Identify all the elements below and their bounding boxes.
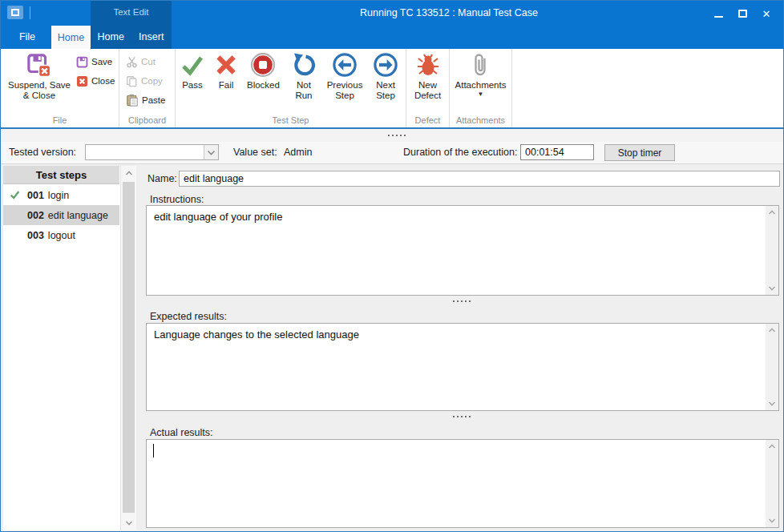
group-label-clipboard: Clipboard	[119, 115, 175, 125]
scrollbar-thumb[interactable]	[123, 182, 135, 513]
new-defect-label: New Defect	[407, 80, 449, 101]
stop-timer-button[interactable]: Stop timer	[604, 144, 675, 161]
instructions-label: Instructions:	[150, 194, 204, 205]
content-area: Test steps 001 login 002 edit language 0…	[1, 163, 783, 531]
group-label-defect: Defect	[406, 115, 449, 125]
title-bar: Text Edit Home Insert Running TC 133512 …	[1, 1, 783, 49]
scroll-down-icon[interactable]	[766, 518, 778, 523]
blocked-label: Blocked	[247, 80, 280, 91]
expected-results-field[interactable]: Language changes to the selected languag…	[146, 323, 779, 411]
group-label-attachments: Attachments	[450, 115, 511, 125]
tab-ctx-home[interactable]: Home	[91, 25, 131, 49]
test-step-row-001[interactable]: 001 login	[3, 185, 119, 205]
fail-label: Fail	[219, 80, 234, 91]
test-step-row-003[interactable]: 003 logout	[3, 225, 119, 245]
save-label: Save	[91, 57, 112, 66]
paste-button[interactable]: Paste	[126, 91, 175, 110]
save-button[interactable]: Save	[76, 52, 115, 71]
step-number: 001	[27, 190, 44, 201]
ribbon-group-test-step: Pass Fail Blocked	[176, 49, 406, 127]
step-label: logout	[48, 230, 75, 241]
scroll-up-icon[interactable]	[121, 171, 136, 175]
copy-button[interactable]: Copy	[126, 71, 175, 91]
blocked-stop-icon	[250, 52, 276, 78]
pass-label: Pass	[182, 80, 203, 91]
tab-file[interactable]: File	[7, 25, 47, 49]
step-details-panel: Name: Instructions: edit language of you…	[142, 164, 781, 532]
ribbon-group-defect: New Defect Defect	[406, 49, 450, 127]
section-splitter[interactable]	[142, 300, 781, 302]
fail-x-icon	[213, 52, 239, 78]
cut-button[interactable]: Cut	[126, 52, 175, 71]
close-test-button[interactable]: Close	[76, 71, 115, 91]
not-run-label: Not Run	[288, 80, 320, 101]
copy-icon	[126, 75, 138, 87]
maximize-button[interactable]	[730, 5, 754, 22]
value-set-value: Admin	[284, 147, 312, 158]
scroll-down-icon[interactable]	[766, 286, 778, 291]
section-splitter[interactable]	[142, 416, 781, 417]
splitter-grip	[388, 135, 406, 136]
copy-label: Copy	[141, 76, 163, 86]
attachments-dropdown-icon: ▼	[478, 91, 484, 98]
instructions-scrollbar[interactable]	[766, 206, 778, 295]
actual-scrollbar[interactable]	[766, 440, 778, 527]
previous-step-label: Previous Step	[327, 80, 363, 101]
text-cursor	[153, 444, 154, 457]
tested-version-label: Tested version:	[9, 147, 76, 158]
minimize-icon	[714, 16, 723, 18]
cut-label: Cut	[141, 57, 156, 66]
expected-results-text: Language changes to the selected languag…	[154, 328, 759, 341]
bug-icon	[416, 52, 440, 78]
close-icon: ✕	[762, 9, 771, 19]
ribbon: Suspend, Save & Close Save Clo	[1, 49, 783, 129]
pass-check-icon	[180, 52, 205, 78]
value-set-label: Value set:	[233, 147, 277, 158]
test-steps-panel: Test steps 001 login 002 edit language 0…	[3, 166, 136, 530]
test-steps-list: 001 login 002 edit language 003 logout	[3, 185, 119, 530]
expected-scrollbar[interactable]	[766, 324, 778, 410]
step-number: 003	[27, 230, 44, 241]
steps-scrollbar[interactable]	[120, 166, 136, 530]
scroll-up-icon[interactable]	[766, 210, 778, 215]
execution-toolbar: Tested version: Value set: Admin Duratio…	[1, 142, 783, 163]
instructions-field[interactable]: edit language of your profile	[146, 205, 779, 296]
test-step-row-002-selected[interactable]: 002 edit language	[3, 205, 119, 225]
test-steps-header: Test steps	[3, 166, 119, 184]
scroll-up-icon[interactable]	[766, 328, 778, 332]
ribbon-group-file: Suspend, Save & Close Save Clo	[1, 49, 119, 127]
app-window: Text Edit Home Insert Running TC 133512 …	[0, 0, 784, 532]
step-label: edit language	[48, 210, 108, 221]
step-number: 002	[27, 210, 44, 221]
combo-dropdown-button[interactable]	[204, 145, 218, 159]
actual-results-field[interactable]	[146, 439, 779, 528]
group-label-test-step: Test Step	[176, 115, 406, 125]
tested-version-combobox[interactable]	[85, 144, 219, 160]
close-red-icon	[76, 75, 88, 87]
name-input[interactable]	[179, 171, 780, 187]
previous-step-icon	[332, 52, 358, 78]
group-label-file: File	[1, 115, 119, 125]
close-button[interactable]: ✕	[754, 5, 778, 22]
scroll-down-icon[interactable]	[121, 521, 136, 526]
scroll-up-icon[interactable]	[766, 444, 778, 449]
duration-input[interactable]	[520, 144, 594, 160]
instructions-text: edit language of your profile	[154, 211, 759, 223]
ribbon-group-clipboard: Cut Copy Paste Clipboard	[119, 49, 176, 127]
not-run-rotate-icon	[291, 52, 317, 78]
ribbon-splitter[interactable]	[1, 129, 783, 142]
paperclip-icon	[468, 52, 492, 78]
step-label: login	[48, 190, 69, 201]
tab-home-selected[interactable]: Home	[51, 26, 91, 49]
paste-icon	[126, 94, 139, 107]
paste-label: Paste	[142, 95, 165, 105]
minimize-button[interactable]	[706, 5, 730, 22]
chevron-down-icon	[207, 150, 216, 155]
name-label: Name:	[148, 173, 177, 184]
next-step-label: Next Step	[370, 80, 402, 101]
scroll-down-icon[interactable]	[766, 401, 778, 406]
save-close-icon	[27, 54, 51, 78]
close-label: Close	[91, 76, 115, 86]
tab-ctx-insert[interactable]: Insert	[131, 25, 172, 49]
suspend-save-close-label: Suspend, Save & Close	[4, 80, 75, 101]
